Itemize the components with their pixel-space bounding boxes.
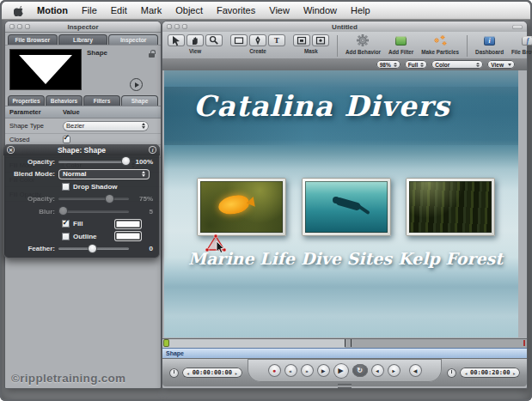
menu-favorites[interactable]: Favorites — [217, 5, 255, 15]
hud-outline-checkbox[interactable] — [62, 233, 70, 240]
bezier-mask-button[interactable] — [312, 34, 329, 46]
shadow-opacity-slider[interactable] — [58, 197, 129, 200]
increment-arrow-icon[interactable]: ▸ — [512, 370, 516, 376]
menu-file[interactable]: File — [82, 5, 97, 15]
zoom-window-button[interactable] — [25, 24, 30, 29]
particles-icon — [433, 34, 447, 46]
menu-view[interactable]: View — [269, 5, 290, 15]
in-point-marker[interactable] — [164, 340, 168, 346]
pan-tool-button[interactable] — [187, 34, 204, 46]
dashboard-icon: i — [484, 34, 495, 46]
menu-motion[interactable]: Motion — [37, 5, 68, 15]
tab-file-browser[interactable]: File Browser — [8, 34, 58, 45]
magnifier-icon — [209, 35, 219, 46]
inspector-title-bar[interactable]: Inspector — [5, 21, 161, 33]
menu-window[interactable]: Window — [303, 5, 337, 15]
shadow-opacity-label: Opacity: — [10, 195, 55, 203]
select-tool-button[interactable] — [168, 34, 185, 46]
view-options-dropdown[interactable]: View — [487, 60, 515, 69]
tab-inspector[interactable]: Inspector — [108, 34, 158, 45]
close-window-button[interactable] — [167, 24, 172, 29]
play-from-start-button[interactable] — [317, 364, 330, 377]
zoom-level-dropdown[interactable]: 98% — [376, 60, 401, 69]
tab-behaviors[interactable]: Behaviors — [46, 95, 83, 106]
menu-mark[interactable]: Mark — [141, 5, 162, 15]
project-title-text: Catalina Divers — [193, 89, 450, 123]
tab-shape[interactable]: Shape — [121, 95, 158, 106]
blur-slider[interactable] — [58, 210, 129, 213]
increment-arrow-icon[interactable]: ▸ — [235, 370, 238, 376]
thumbnail-marine-life[interactable] — [197, 178, 286, 236]
channels-dropdown[interactable]: Color — [431, 60, 483, 69]
hud-close-icon[interactable]: ✕ — [7, 146, 15, 154]
feather-slider[interactable] — [58, 247, 129, 250]
menu-edit[interactable]: Edit — [111, 5, 127, 15]
drop-shadow-checkbox[interactable] — [62, 183, 70, 191]
skip-forward-button[interactable] — [301, 364, 314, 377]
outline-color-swatch[interactable] — [115, 232, 141, 240]
hud-title-bar[interactable]: ✕ Shape: Shape i — [3, 144, 160, 155]
window-controls[interactable] — [167, 24, 187, 29]
bezier-control-point[interactable] — [214, 234, 217, 238]
blend-mode-dropdown[interactable]: Normal — [58, 169, 150, 179]
dashboard-item[interactable]: i Dashboard — [475, 34, 504, 55]
closed-checkbox[interactable] — [63, 136, 70, 143]
file-browser-item[interactable]: f File Browser — [511, 34, 532, 55]
fill-color-swatch[interactable] — [115, 220, 141, 228]
menu-object[interactable]: Object — [175, 5, 203, 15]
lock-icon[interactable] — [149, 50, 156, 58]
minimize-window-button[interactable] — [174, 24, 180, 29]
canvas-viewport[interactable]: Catalina Divers Marine Life Di — [164, 70, 518, 337]
shape-type-dropdown[interactable]: Bezier — [63, 121, 149, 131]
current-timecode-field[interactable]: ◂ 00:00:00:00 ▸ — [182, 368, 242, 378]
rectangle-tool-button[interactable] — [230, 34, 248, 46]
tab-properties[interactable]: Properties — [8, 95, 45, 106]
loop-playback-button[interactable] — [352, 364, 368, 377]
step-back-button[interactable] — [371, 364, 384, 377]
step-forward-button[interactable] — [388, 364, 401, 377]
resolution-dropdown[interactable]: Full — [405, 60, 428, 69]
hud-info-icon[interactable]: i — [149, 146, 156, 154]
minimize-window-button[interactable] — [17, 24, 22, 29]
play-button[interactable] — [333, 363, 349, 379]
make-particles-item[interactable]: Make Particles — [421, 34, 459, 55]
decrement-arrow-icon[interactable]: ◂ — [187, 370, 190, 376]
opacity-slider[interactable] — [58, 161, 129, 163]
audio-mute-button[interactable] — [409, 364, 422, 377]
toolbar-toggle-button[interactable] — [512, 25, 523, 29]
close-window-button[interactable] — [9, 24, 15, 29]
pane-tabs: File Browser Library Inspector — [5, 33, 161, 45]
text-tool-button[interactable]: T — [268, 34, 285, 46]
toolbar-separator — [467, 35, 468, 57]
apple-menu-icon[interactable] — [14, 5, 23, 16]
tab-library[interactable]: Library — [58, 34, 108, 45]
window-controls[interactable] — [9, 24, 30, 29]
out-point-marker[interactable] — [523, 340, 525, 346]
thumbnail-kelp-forest[interactable] — [406, 178, 495, 236]
skip-back-button[interactable] — [284, 364, 297, 377]
duration-timecode-field[interactable]: ◂ 00:00:20:00 ▸ — [460, 368, 520, 378]
thumbnail-dive-sites[interactable] — [302, 178, 391, 236]
bezier-tool-button[interactable] — [249, 34, 266, 46]
zoom-tool-button[interactable] — [205, 34, 223, 46]
hud-blur-row: Blur: 5 — [3, 205, 160, 218]
rectangle-mask-button[interactable] — [293, 34, 310, 46]
decrement-arrow-icon[interactable]: ◂ — [464, 370, 468, 376]
add-behavior-item[interactable]: Add Behavior — [345, 34, 381, 55]
duration-clock-icon — [447, 368, 456, 378]
hud-shadow-opacity-row: Opacity: 75% — [3, 193, 160, 206]
create-group-label: Create — [249, 48, 266, 54]
record-button[interactable] — [268, 364, 281, 377]
window-resize-grip[interactable] — [338, 384, 352, 388]
dashboard-label: Dashboard — [475, 49, 504, 55]
zoom-window-button[interactable] — [182, 24, 187, 29]
rectangle-icon — [234, 35, 244, 46]
fish-graphic — [217, 193, 251, 216]
add-filter-item[interactable]: Add Filter — [388, 34, 413, 55]
playhead[interactable] — [345, 339, 352, 347]
hud-fill-checkbox[interactable] — [62, 220, 70, 228]
tab-filters[interactable]: Filters — [83, 95, 120, 106]
preview-play-button[interactable] — [130, 78, 143, 91]
menu-help[interactable]: Help — [351, 5, 370, 15]
add-behavior-label: Add Behavior — [345, 49, 381, 55]
